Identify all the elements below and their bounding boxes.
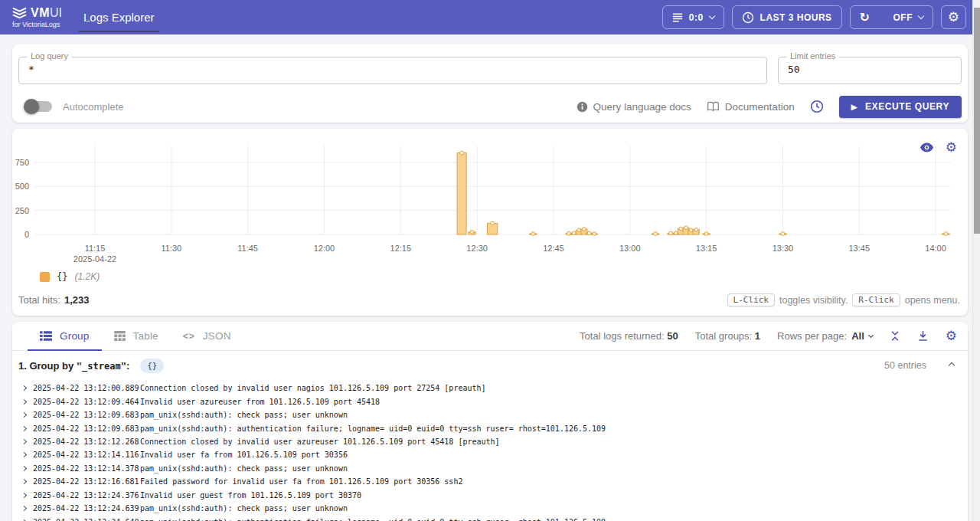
limit-entries-label: Limit entries: [786, 51, 839, 61]
global-settings-button[interactable]: ⚙: [941, 5, 966, 29]
svg-text:11:15: 11:15: [85, 244, 106, 253]
log-row-timestamp: 2025-04-22 13:12:09.683: [33, 424, 140, 433]
svg-text:13:45: 13:45: [848, 244, 870, 253]
scrollbar-track[interactable]: [972, 0, 980, 521]
log-row-message: pam_unix(sshd:auth): check pass; user un…: [140, 411, 348, 419]
svg-text:13:15: 13:15: [696, 244, 717, 253]
autocomplete-toggle[interactable]: [26, 101, 52, 112]
logo-brand: VM: [31, 6, 50, 19]
time-range-button[interactable]: LAST 3 HOURS: [732, 5, 842, 29]
expand-row-icon[interactable]: [21, 412, 27, 418]
expand-row-icon[interactable]: [21, 399, 27, 405]
log-row[interactable]: 2025-04-22 13:12:24.639pam_unix(sshd:aut…: [12, 502, 968, 515]
log-row[interactable]: 2025-04-22 13:12:24.640pam_unix(sshd:aut…: [12, 515, 968, 521]
autorefresh-control[interactable]: ↻ OFF: [850, 5, 933, 29]
log-row-message: Connection closed by invalid user nagios…: [140, 384, 486, 392]
gear-icon: ⚙: [948, 11, 960, 24]
time-range-label: LAST 3 HOURS: [760, 12, 832, 23]
play-icon: ▶: [851, 103, 858, 111]
download-logs-button[interactable]: [917, 330, 929, 342]
layers-icon: [12, 7, 27, 18]
log-query-input[interactable]: Log query *: [18, 57, 767, 84]
documentation-label: Documentation: [725, 101, 795, 113]
expand-row-icon[interactable]: [21, 493, 27, 498]
log-row-message: pam_unix(sshd:auth): check pass; user un…: [140, 504, 348, 513]
log-row[interactable]: 2025-04-22 13:12:09.683pam_unix(sshd:aut…: [12, 421, 968, 434]
expand-row-icon[interactable]: [21, 452, 27, 457]
info-icon: [577, 101, 588, 113]
query-docs-label: Query language docs: [593, 101, 691, 113]
chevron-down-icon: [918, 13, 924, 19]
legend-series-count: (1.2K): [74, 271, 100, 282]
svg-text:250: 250: [15, 206, 29, 215]
compress-rows-button[interactable]: [890, 330, 900, 342]
expand-row-icon[interactable]: [21, 425, 27, 431]
log-row[interactable]: 2025-04-22 13:12:14.378pam_unix(sshd:aut…: [12, 462, 968, 475]
log-row-timestamp: 2025-04-22 13:12:16.681: [33, 477, 140, 486]
limit-entries-input[interactable]: Limit entries 50: [778, 57, 962, 84]
chart-settings-gear-icon[interactable]: ⚙: [946, 141, 957, 154]
log-row-timestamp: 2025-04-22 13:12:14.116: [33, 451, 140, 459]
tab-logs-explorer[interactable]: Logs Explorer: [79, 0, 159, 34]
log-row[interactable]: 2025-04-22 13:12:24.376Invalid user gues…: [12, 489, 968, 502]
logs-returned-value: 50: [667, 330, 678, 342]
log-row[interactable]: 2025-04-22 13:12:14.116Invalid user fa f…: [12, 448, 968, 461]
log-row-timestamp: 2025-04-22 13:12:24.639: [33, 504, 140, 513]
log-row-message: Connection closed by invalid user azureu…: [140, 437, 500, 446]
legend-series-name: {}: [57, 271, 67, 282]
query-history-icon[interactable]: [810, 100, 824, 113]
legend-item[interactable]: {} (1.2K): [40, 271, 100, 282]
collapse-group-icon[interactable]: [949, 362, 955, 369]
expand-row-icon[interactable]: [21, 385, 27, 391]
log-row-timestamp: 2025-04-22 13:12:00.889: [33, 384, 140, 392]
log-row[interactable]: 2025-04-22 13:12:09.683pam_unix(sshd:aut…: [12, 408, 968, 421]
lclick-text: toggles visibility.: [779, 295, 848, 306]
tab-json-label: JSON: [203, 330, 231, 342]
log-row[interactable]: 2025-04-22 13:12:12.268Connection closed…: [12, 435, 968, 448]
tab-json[interactable]: <> JSON: [171, 322, 243, 350]
log-row[interactable]: 2025-04-22 13:12:16.681Failed password f…: [12, 475, 968, 488]
collapse-icon: [890, 330, 900, 342]
rclick-text: opens menu.: [905, 295, 960, 306]
expand-row-icon[interactable]: [21, 506, 27, 511]
log-row-timestamp: 2025-04-22 13:12:12.268: [33, 437, 140, 446]
hits-summary-row: Total hits: 1,233 L-Click toggles visibi…: [18, 293, 960, 306]
tab-group-label: Group: [60, 330, 90, 342]
toggle-knob: [24, 99, 39, 114]
execute-query-button[interactable]: ▶ EXECUTE QUERY: [839, 96, 962, 118]
query-language-docs-link[interactable]: Query language docs: [577, 101, 691, 113]
expand-row-icon[interactable]: [21, 479, 27, 484]
scrollbar-thumb[interactable]: [974, 8, 980, 234]
hits-bar-chart[interactable]: 025050075011:152025-04-2211:3011:4512:00…: [12, 139, 968, 267]
log-query-value: *: [28, 64, 34, 75]
eye-icon[interactable]: [920, 143, 933, 152]
results-panel: Group Table <> JSON Total logs returned:…: [12, 322, 968, 521]
header-controls: 0:0 LAST 3 HOURS ↻ OFF ⚙: [662, 5, 966, 29]
expand-row-icon[interactable]: [21, 439, 27, 444]
table-icon: [114, 331, 126, 341]
clock-icon: [742, 11, 754, 24]
legend-hints: L-Click toggles visibility. R-Click open…: [727, 293, 960, 306]
svg-text:12:45: 12:45: [543, 244, 564, 253]
tenant-selector[interactable]: 0:0: [662, 5, 724, 29]
documentation-link[interactable]: Documentation: [707, 101, 795, 113]
log-row-message: pam_unix(sshd:auth): authentication fail…: [140, 518, 606, 521]
expand-row-icon[interactable]: [21, 466, 27, 471]
entries-count: 50 entries: [884, 360, 926, 371]
rows-per-page-select[interactable]: Rows per page: All: [777, 330, 873, 342]
rows-per-page-value: All: [851, 330, 864, 342]
vmui-logo[interactable]: VMUI for VictoriaLogs: [12, 7, 62, 28]
svg-text:500: 500: [15, 182, 29, 191]
tab-group[interactable]: Group: [28, 322, 102, 350]
svg-text:12:30: 12:30: [466, 244, 488, 253]
log-row[interactable]: 2025-04-22 13:12:09.464Invalid user azur…: [12, 395, 968, 408]
log-row[interactable]: 2025-04-22 13:12:00.889Connection closed…: [12, 382, 968, 395]
logo-suffix: UI: [50, 6, 62, 19]
hits-chart-panel: 025050075011:152025-04-2211:3011:4512:00…: [12, 129, 968, 316]
results-settings-button[interactable]: ⚙: [946, 329, 957, 342]
app-header: VMUI for VictoriaLogs Logs Explorer 0:0 …: [0, 0, 980, 34]
stream-badge[interactable]: {}: [140, 359, 164, 373]
svg-text:13:30: 13:30: [773, 244, 794, 253]
total-groups-value: 1: [755, 330, 760, 342]
tab-table[interactable]: Table: [102, 322, 171, 350]
